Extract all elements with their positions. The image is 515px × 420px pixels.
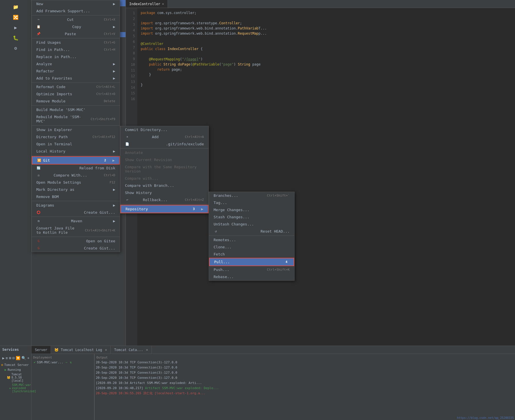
menu-item-add[interactable]: + Add Ctrl+Alt+A [120,133,208,140]
menu-item-remove-bom[interactable]: Remove BOM [32,193,120,200]
tomcat-instance-item[interactable]: 🐱 Tomcat 8.5.58 [local] [0,372,31,383]
list-icon[interactable]: ≡ [6,355,8,361]
menu-item-add-framework[interactable]: Add Framework Support... [32,7,120,15]
running-item[interactable]: ▶ Running [0,367,31,372]
menu-item-new[interactable]: New ▶ [32,0,120,7]
menu-item-mark-directory[interactable]: Mark Directory as ▶ [32,186,120,193]
add-icon[interactable]: + [27,355,29,361]
close-tab-icon[interactable]: × [105,348,107,352]
menu-item-cut[interactable]: ✂ Cut Ctrl+X [32,16,120,23]
project-icon[interactable]: 📁 [11,2,20,11]
tab-server[interactable]: Server [31,346,51,354]
menu-item-create-gist[interactable]: ⭕ Create Gist... [32,209,120,216]
deployment-label: Deployment [33,355,93,360]
menu-item-clone[interactable]: Clone... [209,243,294,251]
menu-item-commit-dir[interactable]: Commit Directory... [120,126,208,133]
tree-icon[interactable]: ⊞ [9,355,11,361]
menu-item-git[interactable]: 🔀 Git 2 ▶ [32,156,120,165]
menu-item-gitignore[interactable]: 📄 .git/info/exclude [120,140,208,148]
menu-item-pull[interactable]: Pull... 4 [209,258,294,266]
menu-item-refactor[interactable]: Refactor ▶ [32,68,120,75]
output-panel[interactable]: Output 20-Sep-2020 10:3d TCP Connection(… [95,354,515,420]
menu-item-build[interactable]: Build Module 'SSM-MVC' [32,106,120,113]
war-deployment-item[interactable]: ✔ SSM-MVC:war... ⇨ ⇅ [33,360,93,365]
menu-item-replace-path[interactable]: Replace in Path... [32,53,120,60]
menu-item-reset-head[interactable]: ↺ Reset HEAD... [209,228,294,235]
menu-item-compare[interactable]: ⚖ Compare With... Ctrl+D [32,172,120,179]
bottom-content: Deployment ✔ SSM-MVC:war... ⇨ ⇅ Output 2… [31,354,515,420]
menu-item-fetch[interactable]: Fetch [209,251,294,258]
menu-item-analyze[interactable]: Analyze ▶ [32,60,120,68]
menu-item-show-explorer[interactable]: Show in Explorer [32,126,120,133]
tab-tomcat-log[interactable]: 🐱 Tomcat Localhost Log × [51,346,111,354]
separator [32,105,120,106]
menu-item-convert-kotlin[interactable]: Convert Java File to Kotlin File Ctrl+Al… [32,225,120,236]
menu-item-push[interactable]: Push... Ctrl+Shift+K [209,266,294,273]
sync-icon: ⇅ [70,360,72,364]
step-badge-2: 2 [103,158,108,163]
menu-item-show-history[interactable]: Show History [120,189,208,196]
menu-item-maven[interactable]: m Maven ▶ [32,217,120,225]
step-badge-3: 3 [191,207,197,211]
menu-item-remotes[interactable]: Remotes... [209,236,294,243]
menu-item-tag[interactable]: Tag... [209,199,294,206]
group-icon[interactable]: ⊟ [12,355,15,361]
tomcat-icon: 🐱 [7,376,10,379]
copy-icon: 📋 [36,25,41,29]
gitee-icon2: G [36,246,41,250]
find-icon[interactable]: 🔍 [21,355,26,361]
play-icon[interactable]: ▶ [2,355,5,361]
repository-submenu: Branches... Ctrl+Shift+` Tag... Merge Ch… [209,192,295,281]
context-menu-main: New ▶ Add Framework Support... ✂ Cut Ctr… [31,0,120,252]
run-status-icon: ▶ [5,368,7,372]
log-line-4: 20-Sep-2020 10:3d TCP Connection(3)-127.… [96,375,514,381]
arrow-icon: ▶ [113,219,115,223]
menu-item-module-settings[interactable]: Open Module Settings F12 [32,179,120,186]
arrow-icon: ▶ [113,187,115,192]
menu-item-stash[interactable]: Stash Changes... [209,213,294,221]
menu-item-paste[interactable]: 📌 Paste Ctrl+V [32,30,120,37]
menu-item-optimize[interactable]: Optimize Imports Ctrl+Alt+O [32,90,120,98]
menu-item-compare-branch[interactable]: Compare with Branch... [120,182,208,189]
run-icon[interactable]: ▶ [11,23,20,32]
menu-item-add-favorites[interactable]: Add to Favorites ▶ [32,75,120,82]
menu-item-repository[interactable]: Repository 3 ▶ [120,205,208,213]
separator [120,204,208,204]
deployment-panel: Deployment ✔ SSM-MVC:war... ⇨ ⇅ [31,354,94,420]
menu-item-branches[interactable]: Branches... Ctrl+Shift+` [209,192,294,199]
separator [32,82,120,83]
menu-item-rebase[interactable]: Rebase... [209,273,294,280]
menu-item-merge[interactable]: Merge Changes... [209,206,294,213]
menu-item-directory-path[interactable]: Directory Path Ctrl+Alt+F12 [32,133,120,140]
settings-icon[interactable]: ⚙ [11,43,20,53]
war-item[interactable]: ★ SSM-MVC:war exploded [Synchronized] [0,383,31,393]
menu-item-diagrams[interactable]: Diagrams ▶ [32,202,120,209]
tab-tomcat-cata[interactable]: Tomcat Cata... × [111,346,152,354]
menu-item-unstash[interactable]: UnStash Changes... [209,221,294,228]
debug-icon[interactable]: 🐛 [11,33,20,42]
arrow-icon: ▶ [113,69,115,73]
menu-item-local-history[interactable]: Local History ▶ [32,148,120,155]
menu-item-find-path[interactable]: Find in Path... Ctrl+H [32,46,120,53]
arrow-icon: ▶ [113,149,115,153]
menu-item-rollback[interactable]: ↩ Rollback... Ctrl+Alt+Z [120,196,208,203]
rollback-icon: ↩ [125,198,130,202]
menu-item-create-gist2[interactable]: G Create Gist... [32,245,120,252]
gitee-icon: G [36,239,41,243]
url-bar: https://blog.csdn.net/qq_25200335 [457,416,515,419]
menu-item-reload[interactable]: 🔄 Reload from Disk [32,165,120,172]
filter-icon[interactable]: 🔽 [16,355,20,361]
arrow-icon: ▶ [201,207,203,211]
close-tab-icon2[interactable]: × [146,348,148,352]
code-tab-active[interactable]: IndexController × [126,0,168,8]
menu-item-copy[interactable]: 📋 Copy ▶ [32,23,120,30]
menu-item-remove-module[interactable]: Remove Module Delete [32,98,120,105]
menu-item-annotate: Annotate [120,149,208,156]
menu-item-find-usages[interactable]: Find Usages Ctrl+G [32,39,120,46]
git-icon[interactable]: 🔀 [11,13,20,22]
tomcat-server-item[interactable]: ⚙ Tomcat Server [0,362,31,367]
menu-item-rebuild[interactable]: Rebuild Module 'SSM-MVC' Ctrl+Shift+F9 [32,113,120,125]
menu-item-reformat[interactable]: Reformat Code Ctrl+Alt+L [32,83,120,90]
menu-item-open-terminal[interactable]: Open in Terminal [32,140,120,148]
menu-item-open-gitee[interactable]: G Open on Gitee [32,237,120,245]
